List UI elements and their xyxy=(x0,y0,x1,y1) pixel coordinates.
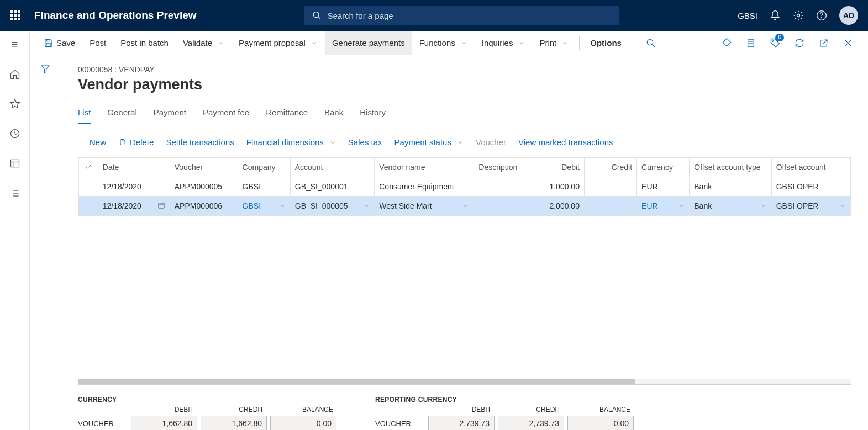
tab-payment-fee[interactable]: Payment fee xyxy=(203,108,249,124)
nav-recent[interactable] xyxy=(0,124,30,144)
search-box[interactable] xyxy=(304,6,619,25)
bell-icon[interactable] xyxy=(770,10,781,21)
settle-transactions-button[interactable]: Settle transactions xyxy=(166,137,234,147)
col-company[interactable]: Company xyxy=(238,158,290,177)
scrollbar-thumb[interactable] xyxy=(78,379,635,384)
cell-voucher[interactable]: APPM000005 xyxy=(170,177,238,197)
chevron-down-icon[interactable] xyxy=(462,203,469,209)
col-vendor-name[interactable]: Vendor name xyxy=(375,158,474,177)
chevron-down-icon[interactable] xyxy=(279,203,286,209)
cell-description[interactable] xyxy=(474,177,532,197)
cell-currency[interactable]: EUR xyxy=(637,177,690,197)
functions-menu[interactable]: Functions xyxy=(412,31,475,55)
delete-button[interactable]: Delete xyxy=(118,137,154,147)
app-launcher-button[interactable] xyxy=(0,10,31,20)
tab-bank[interactable]: Bank xyxy=(324,108,343,124)
expand-nav-button[interactable]: ≡ xyxy=(0,34,30,54)
cell-account[interactable]: GB_SI_000001 xyxy=(290,177,374,197)
refresh-button[interactable] xyxy=(788,31,811,55)
chevron-down-icon xyxy=(457,139,464,146)
cell-debit[interactable]: 2,000.00 xyxy=(532,197,584,216)
cell-company[interactable]: GBSI xyxy=(238,197,290,216)
tab-general[interactable]: General xyxy=(107,108,136,124)
col-date[interactable]: Date xyxy=(98,158,170,177)
tab-history[interactable]: History xyxy=(360,108,386,124)
search-input[interactable] xyxy=(327,11,612,20)
col-voucher[interactable]: Voucher xyxy=(170,158,238,177)
col-offset-account[interactable]: Offset account xyxy=(771,158,850,177)
nav-modules[interactable] xyxy=(0,183,30,203)
help-icon[interactable] xyxy=(816,10,827,21)
company-indicator[interactable]: GBSI xyxy=(738,11,757,20)
close-button[interactable] xyxy=(837,31,859,55)
tab-payment[interactable]: Payment xyxy=(154,108,186,124)
cell-debit[interactable]: 1,000.00 xyxy=(532,177,584,197)
col-account[interactable]: Account xyxy=(290,158,374,177)
total-value: 0.00 xyxy=(567,416,634,430)
inquiries-menu[interactable]: Inquiries xyxy=(475,31,533,55)
payment-status-menu[interactable]: Payment status xyxy=(394,137,464,147)
main-panel: 00000058 : VENDPAY Vendor payments List … xyxy=(61,55,868,430)
col-credit[interactable]: Credit xyxy=(584,158,636,177)
popout-button[interactable] xyxy=(813,31,835,55)
print-menu[interactable]: Print xyxy=(532,31,576,55)
cell-credit[interactable] xyxy=(584,197,636,216)
chevron-down-icon[interactable] xyxy=(839,203,846,209)
grid-row[interactable]: 12/18/2020 APPM000005 GBSI GB_SI_000001 … xyxy=(79,177,851,197)
tab-list[interactable]: List xyxy=(78,108,91,124)
col-currency[interactable]: Currency xyxy=(637,158,690,177)
financial-dimensions-menu[interactable]: Financial dimensions xyxy=(246,137,336,147)
cell-description[interactable] xyxy=(474,197,532,216)
horizontal-scrollbar[interactable] xyxy=(78,379,851,384)
grid-row-selected[interactable]: 12/18/2020 APPM000006 GBSI GB_SI_000005 … xyxy=(79,197,851,216)
chevron-down-icon[interactable] xyxy=(363,203,370,209)
tab-remittance[interactable]: Remittance xyxy=(266,108,308,124)
validate-menu[interactable]: Validate xyxy=(176,31,232,55)
payment-proposal-menu[interactable]: Payment proposal xyxy=(232,31,325,55)
cell-date[interactable]: 12/18/2020 xyxy=(98,177,170,197)
row-selector[interactable] xyxy=(79,177,98,197)
chevron-down-icon[interactable] xyxy=(678,203,685,209)
message-button[interactable]: 0 xyxy=(764,31,786,55)
cell-vendor[interactable]: West Side Mart xyxy=(375,197,474,216)
cell-vendor[interactable]: Consumer Equipment xyxy=(375,177,474,197)
cell-offset-account[interactable]: GBSI OPER xyxy=(771,197,850,216)
total-value: 2,739.73 xyxy=(428,416,495,430)
save-button[interactable]: Save xyxy=(36,31,82,55)
cell-credit[interactable] xyxy=(584,177,636,197)
cell-offset-type[interactable]: Bank xyxy=(690,197,771,216)
attachments-button[interactable] xyxy=(716,31,738,55)
gear-icon[interactable] xyxy=(793,10,804,21)
cell-offset-account[interactable]: GBSI OPER xyxy=(771,177,850,197)
select-all-checkbox[interactable] xyxy=(79,158,98,177)
row-selector[interactable] xyxy=(79,197,98,216)
cell-currency[interactable]: EUR xyxy=(637,197,690,216)
calendar-icon[interactable] xyxy=(157,201,165,209)
post-button[interactable]: Post xyxy=(82,31,113,55)
cell-company[interactable]: GBSI xyxy=(238,177,290,197)
col-debit[interactable]: Debit xyxy=(532,158,584,177)
office-button[interactable] xyxy=(740,31,762,55)
find-button[interactable] xyxy=(640,31,662,55)
cell-date[interactable]: 12/18/2020 xyxy=(98,197,170,216)
options-button[interactable]: Options xyxy=(583,31,629,55)
nav-home[interactable] xyxy=(0,64,30,84)
nav-workspaces[interactable] xyxy=(0,153,30,173)
chevron-down-icon xyxy=(461,40,467,46)
new-button[interactable]: New xyxy=(78,137,106,147)
post-in-batch-button[interactable]: Post in batch xyxy=(113,31,176,55)
user-avatar[interactable]: AD xyxy=(839,6,858,25)
filter-pane[interactable] xyxy=(30,55,61,430)
cell-offset-type[interactable]: Bank xyxy=(690,177,771,197)
cell-voucher[interactable]: APPM000006 xyxy=(170,197,238,216)
generate-payments-button[interactable]: Generate payments xyxy=(325,31,412,55)
sales-tax-button[interactable]: Sales tax xyxy=(348,137,382,147)
view-marked-button[interactable]: View marked transactions xyxy=(518,137,613,147)
col-offset-type[interactable]: Offset account type xyxy=(690,158,771,177)
col-description[interactable]: Description xyxy=(474,158,532,177)
chevron-down-icon[interactable] xyxy=(760,203,767,209)
chevron-down-icon xyxy=(311,40,318,46)
refresh-icon xyxy=(795,38,804,48)
nav-favorites[interactable] xyxy=(0,94,30,114)
cell-account[interactable]: GB_SI_000005 xyxy=(290,197,374,216)
